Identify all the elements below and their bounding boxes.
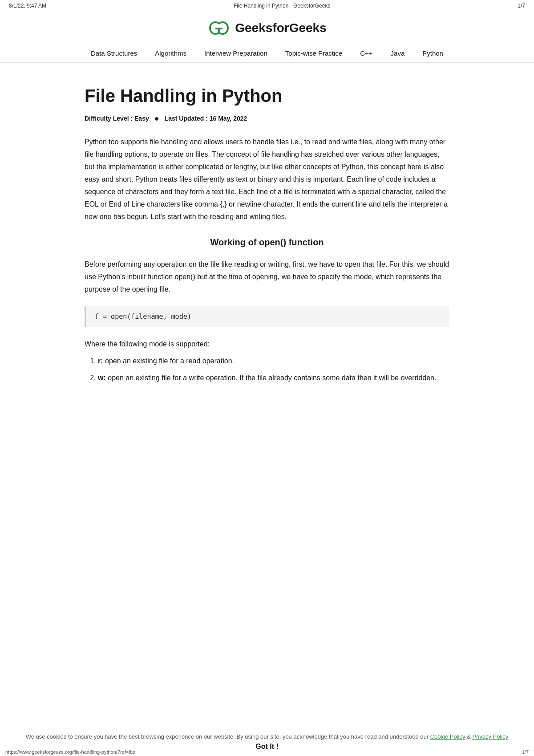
modes-intro: Where the following mode is supported: bbox=[85, 338, 449, 350]
logo-text: GeeksforGeeks bbox=[235, 21, 326, 35]
list-item: w: open an existing file for a write ope… bbox=[98, 372, 449, 384]
code-block: f = open(filename, mode) bbox=[85, 306, 449, 327]
cookie-and: & bbox=[467, 733, 471, 740]
bottom-bar: https://www.geeksforgeeks.org/file-handl… bbox=[0, 748, 534, 756]
nav-cpp[interactable]: C++ bbox=[360, 49, 372, 57]
site-logo[interactable]: GeeksforGeeks bbox=[207, 20, 326, 37]
difficulty-label: Difficulty Level : Easy bbox=[85, 115, 149, 122]
mode-w-key: w: bbox=[98, 374, 106, 382]
mode-w-desc: open an existing file for a write operat… bbox=[108, 374, 436, 382]
browser-top-bar: 8/1/22, 9:47 AM File Handling in Python … bbox=[0, 0, 534, 12]
nav-topic-wise-practice[interactable]: Topic-wise Practice bbox=[285, 49, 342, 57]
browser-title: File Handling in Python - GeeksforGeeks bbox=[46, 3, 518, 9]
list-item: r: open an existing file for a read oper… bbox=[98, 355, 449, 367]
mode-r-desc: open an existing file for a read operati… bbox=[105, 357, 234, 365]
code-content: f = open(filename, mode) bbox=[95, 313, 191, 321]
section1-heading: Working of open() function bbox=[85, 237, 449, 248]
privacy-policy-link[interactable]: Privacy Policy bbox=[472, 733, 508, 740]
cookie-text: We use cookies to ensure you have the be… bbox=[26, 733, 429, 740]
main-content: File Handling in Python Difficulty Level… bbox=[76, 63, 458, 413]
last-updated-label: Last Updated : 16 May, 2022 bbox=[165, 115, 247, 122]
browser-time: 8/1/22, 9:47 AM bbox=[9, 3, 46, 9]
article-title: File Handling in Python bbox=[85, 85, 449, 106]
nav-python[interactable]: Python bbox=[422, 49, 443, 57]
modes-section: Where the following mode is supported: r… bbox=[85, 338, 449, 384]
page-counter: 1/7 bbox=[518, 3, 525, 9]
nav-algorithms[interactable]: Algorithms bbox=[155, 49, 186, 57]
section1-text: Before performing any operation on the f… bbox=[85, 258, 449, 296]
cookie-policy-link[interactable]: Cookie Policy bbox=[430, 733, 465, 740]
bottom-page: 1/7 bbox=[522, 749, 529, 755]
nav-java[interactable]: Java bbox=[391, 49, 405, 57]
modes-list: r: open an existing file for a read oper… bbox=[85, 355, 449, 384]
article-intro: Python too supports file handling and al… bbox=[85, 136, 449, 223]
logo-area: GeeksforGeeks bbox=[0, 12, 534, 43]
nav-interview-preparation[interactable]: Interview Preparation bbox=[204, 49, 267, 57]
bottom-url: https://www.geeksforgeeks.org/file-handl… bbox=[5, 749, 135, 755]
main-nav: Data Structures Algorithms Interview Pre… bbox=[0, 43, 534, 63]
nav-data-structures[interactable]: Data Structures bbox=[91, 49, 137, 57]
article-meta: Difficulty Level : Easy ● Last Updated :… bbox=[85, 114, 449, 122]
mode-r-key: r: bbox=[98, 357, 103, 365]
gfg-icon bbox=[207, 20, 231, 37]
meta-bullet: ● bbox=[154, 114, 159, 122]
